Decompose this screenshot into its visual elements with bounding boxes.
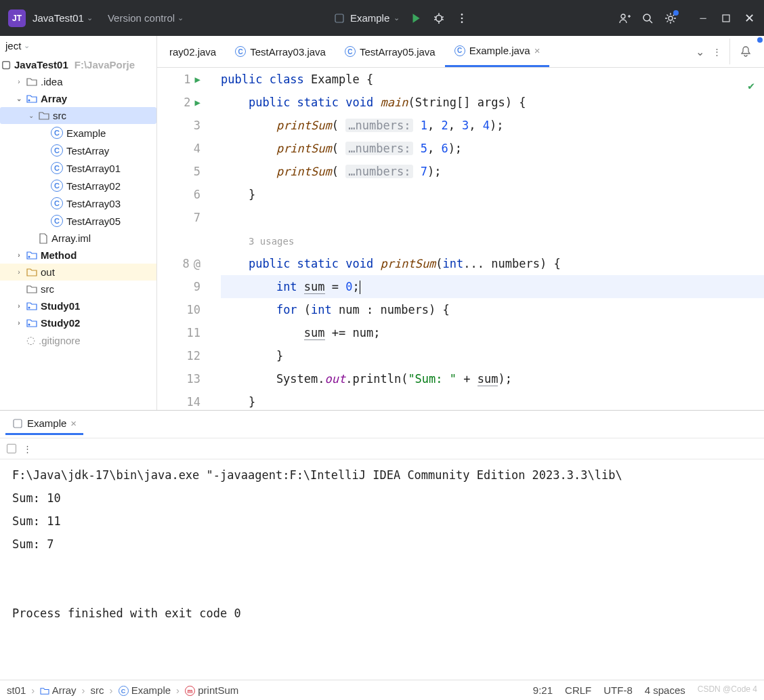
tree-label: src: [53, 110, 66, 121]
close-tab-icon[interactable]: ×: [534, 45, 540, 56]
editor-tab[interactable]: CExample.java×: [445, 36, 550, 67]
svg-rect-22: [14, 419, 22, 428]
file-encoding[interactable]: UTF-8: [603, 684, 633, 696]
gutter[interactable]: 1▶2▶345678@91011121314: [157, 68, 211, 410]
indent-setting[interactable]: 4 spaces: [645, 684, 685, 696]
class-icon: C: [51, 215, 63, 227]
tree-label: Study02: [41, 317, 80, 329]
settings-icon[interactable]: [664, 12, 677, 25]
project-panel-header[interactable]: ject⌄: [0, 36, 156, 56]
tree-item[interactable]: ›Method: [0, 247, 156, 264]
run-toolbar-more-icon[interactable]: ⋮: [23, 444, 32, 454]
tree-arrow-icon[interactable]: ›: [15, 78, 23, 85]
tree-item[interactable]: CTestArray01: [0, 159, 156, 177]
run-tab-icon: [12, 418, 23, 429]
breadcrumb-item[interactable]: C Example: [119, 684, 171, 697]
tree-label: TestArray: [66, 145, 109, 157]
svg-point-11: [621, 14, 625, 18]
project-panel: ject⌄ ▢ JavaTest01 F:\JavaPorje ›.idea⌄A…: [0, 36, 157, 410]
tree-item[interactable]: ›.idea: [0, 73, 156, 90]
svg-point-10: [461, 21, 463, 23]
tree-item[interactable]: Array.iml: [0, 230, 156, 247]
folder-icon: [39, 111, 49, 121]
tab-label: TestArray05.java: [360, 46, 436, 58]
param-hint: …numbers:: [345, 165, 413, 178]
tree-item[interactable]: ⌄Array: [0, 90, 156, 107]
svg-point-21: [28, 323, 30, 325]
svg-point-8: [461, 14, 463, 16]
module-icon: [26, 302, 37, 311]
tab-label: ray02.java: [169, 46, 216, 58]
more-actions-icon[interactable]: [455, 12, 469, 25]
tree-arrow-icon[interactable]: ›: [15, 302, 23, 310]
editor-area: ray02.javaCTestArray03.javaCTestArray05.…: [157, 36, 764, 410]
tree-item[interactable]: CTestArray05: [0, 212, 156, 230]
main-area: ject⌄ ▢ JavaTest01 F:\JavaPorje ›.idea⌄A…: [0, 36, 764, 410]
tree-arrow-icon[interactable]: ›: [15, 268, 23, 276]
svg-rect-17: [723, 15, 729, 22]
editor-tab[interactable]: CTestArray03.java: [226, 36, 335, 67]
run-icon[interactable]: [409, 12, 423, 25]
module-icon: [26, 251, 37, 260]
class-icon: C: [51, 162, 63, 174]
project-root[interactable]: ▢ JavaTest01 F:\JavaPorje: [0, 56, 156, 73]
breadcrumb-item[interactable]: Array: [40, 684, 76, 696]
folder-icon: [26, 285, 37, 294]
version-control-dropdown[interactable]: Version control⌄: [108, 12, 184, 24]
editor-tab[interactable]: CTestArray05.java: [335, 36, 445, 67]
notifications-icon[interactable]: [729, 39, 761, 64]
module-icon: [26, 94, 37, 104]
stop-icon[interactable]: [7, 444, 16, 453]
tree-item[interactable]: ›Study02: [0, 314, 156, 331]
tree-label: TestArray03: [66, 198, 121, 209]
tree-item[interactable]: ⌄src: [0, 107, 156, 124]
editor-tab[interactable]: ray02.java: [160, 36, 226, 67]
usages-hint[interactable]: 3 usages: [249, 236, 294, 247]
tree-item[interactable]: ›out: [0, 264, 156, 281]
run-config-dropdown[interactable]: Example⌄: [333, 12, 400, 25]
tree-item[interactable]: ›Study01: [0, 297, 156, 314]
svg-point-16: [668, 16, 673, 20]
tree-item[interactable]: src: [0, 281, 156, 297]
tree-item[interactable]: ◌.gitignore: [0, 331, 156, 349]
tabs-dropdown-icon[interactable]: ⌄: [696, 45, 704, 58]
close-tab-icon[interactable]: ×: [70, 417, 77, 429]
folder-icon: [26, 268, 37, 277]
minimize-icon[interactable]: ─: [696, 12, 710, 25]
tree-label: Array.iml: [51, 232, 91, 244]
project-dropdown[interactable]: JavaTest01⌄: [33, 12, 93, 24]
tree-item[interactable]: CExample: [0, 124, 156, 142]
tree-item[interactable]: CTestArray: [0, 142, 156, 159]
run-tab[interactable]: Example ×: [5, 413, 83, 435]
breadcrumbs[interactable]: st01› Array›src›C Example›m printSum: [7, 684, 238, 697]
project-avatar[interactable]: JT: [8, 9, 26, 27]
tab-label: Example.java: [469, 45, 530, 56]
close-icon[interactable]: ✕: [742, 12, 756, 25]
tree-arrow-icon[interactable]: ⌄: [15, 95, 23, 102]
tree-item[interactable]: CTestArray03: [0, 194, 156, 212]
tree-arrow-icon[interactable]: ›: [15, 319, 23, 327]
console-output[interactable]: F:\Java\jdk-17\bin\java.exe "-javaagent:…: [0, 459, 764, 680]
tabs-more-icon[interactable]: ⋮: [713, 47, 721, 57]
code-content[interactable]: public class Example { public static voi…: [211, 68, 764, 410]
tabs-right: ⌄ ⋮: [696, 39, 761, 64]
tree-arrow-icon[interactable]: ›: [15, 251, 23, 259]
line-separator[interactable]: CRLF: [565, 684, 591, 696]
project-tree[interactable]: ›.idea⌄Array⌄srcCExampleCTestArrayCTestA…: [0, 73, 156, 410]
breadcrumb-item[interactable]: src: [91, 684, 104, 696]
code-editor[interactable]: ✔ 1▶2▶345678@91011121314 public class Ex…: [157, 68, 764, 410]
maximize-icon[interactable]: [719, 12, 733, 25]
debug-icon[interactable]: [432, 12, 446, 25]
tree-item[interactable]: CTestArray02: [0, 177, 156, 194]
gutter-override-icon[interactable]: @: [194, 252, 200, 275]
search-icon[interactable]: [641, 12, 654, 25]
tree-arrow-icon[interactable]: ⌄: [27, 112, 35, 119]
class-icon: C: [51, 180, 63, 192]
code-with-me-icon[interactable]: [618, 12, 631, 25]
gutter-run-icon[interactable]: ▶: [195, 91, 200, 114]
breadcrumb-item[interactable]: m printSum: [185, 684, 238, 697]
caret-position[interactable]: 9:21: [533, 684, 553, 696]
breadcrumb-item[interactable]: st01: [7, 684, 26, 696]
tree-label: .idea: [41, 76, 63, 87]
gutter-run-icon[interactable]: ▶: [195, 68, 200, 91]
